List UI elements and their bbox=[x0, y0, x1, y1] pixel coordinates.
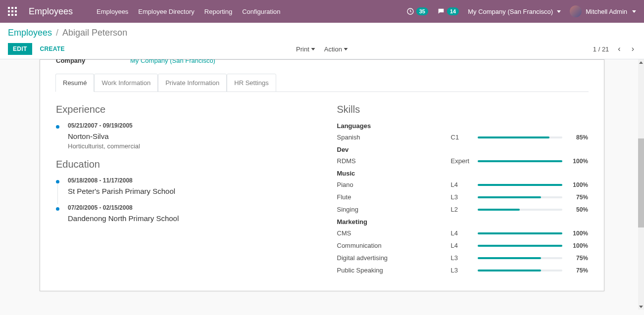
scrollbar[interactable] bbox=[638, 59, 644, 310]
skill-level: L3 bbox=[451, 254, 478, 262]
nav-employees[interactable]: Employees bbox=[97, 8, 128, 15]
chevron-down-icon bbox=[311, 48, 315, 50]
skill-percent: 75% bbox=[568, 194, 588, 201]
education-list: 05/18/2008 - 11/17/2008 St Peter's Paris… bbox=[56, 177, 307, 223]
skill-name: Flute bbox=[337, 193, 451, 201]
activity-badge: 35 bbox=[416, 7, 428, 15]
company-link[interactable]: My Company (San Francisco) bbox=[130, 59, 215, 64]
skill-row: RDMSExpert100% bbox=[337, 157, 589, 165]
breadcrumb-current: Abigail Peterson bbox=[62, 28, 127, 38]
experience-title: Norton-Silva bbox=[68, 132, 307, 140]
skill-row: Digital advertisingL375% bbox=[337, 254, 589, 262]
education-title: St Peter's Parish Primary School bbox=[68, 187, 307, 195]
content-viewport[interactable]: Company My Company (San Francisco) Resum… bbox=[0, 59, 644, 310]
skill-progress bbox=[478, 245, 563, 247]
user-menu[interactable]: Mitchell Admin bbox=[570, 5, 636, 17]
resume-left: Experience 05/21/2007 - 09/19/2005 Norto… bbox=[56, 104, 307, 279]
chevron-down-icon bbox=[344, 48, 348, 50]
skill-name: Public Speaking bbox=[337, 267, 451, 274]
skill-row: CommunicationL4100% bbox=[337, 242, 589, 249]
messages-button[interactable]: 14 bbox=[437, 7, 459, 15]
print-label: Print bbox=[296, 45, 309, 53]
experience-heading: Experience bbox=[56, 104, 307, 115]
company-switcher[interactable]: My Company (San Francisco) bbox=[468, 8, 561, 15]
experience-subtitle: Horticulturist, commercial bbox=[68, 142, 307, 150]
breadcrumb-separator: / bbox=[56, 28, 58, 38]
avatar bbox=[570, 5, 582, 17]
edit-button[interactable]: EDIT bbox=[8, 43, 32, 55]
education-item: 07/20/2005 - 02/15/2008 Dandenong North … bbox=[56, 204, 307, 223]
skill-level: L3 bbox=[451, 267, 478, 274]
skill-percent: 50% bbox=[568, 206, 588, 213]
pager-prev[interactable]: ‹ bbox=[616, 45, 622, 53]
skill-level: L2 bbox=[451, 206, 478, 213]
skill-level: Expert bbox=[451, 157, 478, 165]
breadcrumb: Employees / Abigail Peterson bbox=[8, 28, 636, 38]
chat-icon bbox=[437, 7, 445, 15]
scrollbar-down[interactable] bbox=[638, 304, 644, 310]
tab-private-information[interactable]: Private Information bbox=[158, 74, 227, 92]
tab-hr-settings[interactable]: HR Settings bbox=[227, 74, 276, 92]
action-label: Action bbox=[324, 45, 342, 53]
tab-work-information[interactable]: Work Information bbox=[94, 74, 158, 92]
skill-progress bbox=[478, 257, 563, 259]
skill-name: RDMS bbox=[337, 157, 451, 165]
nav-configuration[interactable]: Configuration bbox=[242, 8, 280, 15]
skill-percent: 100% bbox=[568, 158, 588, 165]
pager-value[interactable]: 1 / 21 bbox=[593, 45, 609, 53]
skill-progress bbox=[478, 209, 563, 211]
skill-level: L4 bbox=[451, 242, 478, 249]
skill-name: Communication bbox=[337, 242, 451, 249]
skill-row: SingingL250% bbox=[337, 206, 589, 213]
skill-progress bbox=[478, 136, 563, 138]
action-dropdown[interactable]: Action bbox=[324, 45, 348, 53]
education-dates: 07/20/2005 - 02/15/2008 bbox=[68, 204, 307, 211]
skill-row: SpanishC185% bbox=[337, 134, 589, 141]
skill-progress bbox=[478, 270, 563, 271]
skill-name: Singing bbox=[337, 206, 451, 213]
apps-icon[interactable] bbox=[8, 7, 17, 16]
skill-row: Public SpeakingL375% bbox=[337, 267, 589, 274]
app-brand[interactable]: Employees bbox=[29, 6, 73, 17]
experience-item: 05/21/2007 - 09/19/2005 Norton-Silva Hor… bbox=[56, 122, 307, 150]
create-button[interactable]: CREATE bbox=[35, 43, 70, 55]
education-item: 05/18/2008 - 11/17/2008 St Peter's Paris… bbox=[56, 177, 307, 195]
skill-percent: 75% bbox=[568, 267, 588, 274]
chevron-down-icon bbox=[632, 10, 636, 13]
nav-menu: Employees Employee Directory Reporting C… bbox=[97, 8, 280, 15]
company-label: Company bbox=[56, 59, 130, 64]
skill-level: L3 bbox=[451, 193, 478, 201]
print-dropdown[interactable]: Print bbox=[296, 45, 315, 53]
skill-name: Digital advertising bbox=[337, 254, 451, 262]
scrollbar-thumb[interactable] bbox=[638, 138, 644, 227]
skill-progress bbox=[478, 196, 563, 198]
skill-group-title: Dev bbox=[337, 146, 589, 153]
field-company: Company My Company (San Francisco) bbox=[56, 59, 588, 64]
control-panel: Employees / Abigail Peterson EDIT CREATE… bbox=[0, 23, 644, 59]
user-name: Mitchell Admin bbox=[586, 8, 627, 15]
pager-next[interactable]: › bbox=[630, 45, 636, 53]
breadcrumb-root[interactable]: Employees bbox=[8, 28, 52, 38]
skill-level: L4 bbox=[451, 229, 478, 237]
nav-employee-directory[interactable]: Employee Directory bbox=[138, 8, 194, 15]
nav-reporting[interactable]: Reporting bbox=[204, 8, 232, 15]
skill-level: L4 bbox=[451, 181, 478, 188]
education-heading: Education bbox=[56, 159, 307, 170]
company-name: My Company (San Francisco) bbox=[468, 8, 553, 15]
scrollbar-up[interactable] bbox=[638, 59, 644, 65]
education-dates: 05/18/2008 - 11/17/2008 bbox=[68, 177, 307, 184]
skill-group-title: Marketing bbox=[337, 218, 589, 225]
skill-progress bbox=[478, 232, 563, 234]
activity-button[interactable]: 35 bbox=[406, 7, 428, 15]
skill-level: C1 bbox=[451, 134, 478, 141]
skill-row: FluteL375% bbox=[337, 193, 589, 201]
education-title: Dandenong North Primary School bbox=[68, 214, 307, 223]
experience-list: 05/21/2007 - 09/19/2005 Norton-Silva Hor… bbox=[56, 122, 307, 150]
chevron-down-icon bbox=[557, 10, 561, 13]
skill-row: CMSL4100% bbox=[337, 229, 589, 237]
skill-name: Spanish bbox=[337, 134, 451, 141]
tabs: Resumé Work Information Private Informat… bbox=[55, 73, 589, 92]
skill-name: CMS bbox=[337, 229, 451, 237]
tab-resume[interactable]: Resumé bbox=[55, 74, 94, 92]
skills-list: LanguagesSpanishC185%DevRDMSExpert100%Mu… bbox=[337, 122, 589, 274]
